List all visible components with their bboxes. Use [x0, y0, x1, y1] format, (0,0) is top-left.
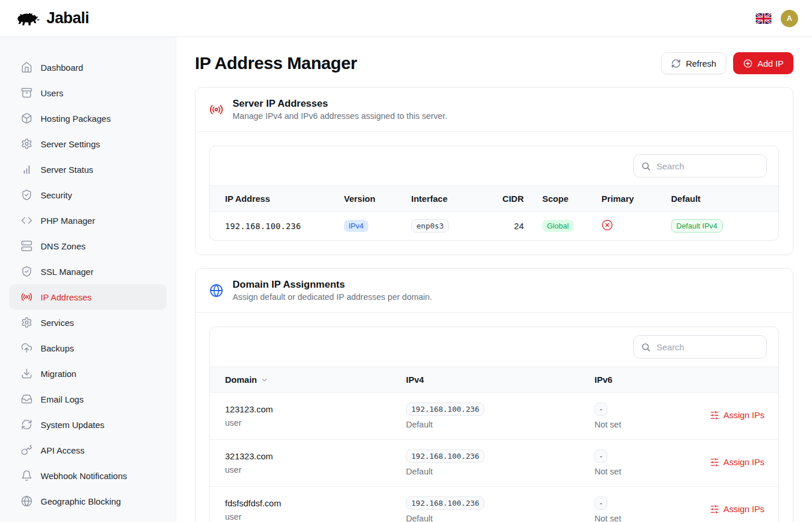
ipv4-label: Default	[406, 420, 576, 429]
sidebar-item-server-settings[interactable]: Server Settings	[9, 131, 166, 157]
radio-icon	[21, 291, 32, 303]
sidebar-item-label: IP Addresses	[41, 292, 92, 302]
col-version: Version	[335, 186, 402, 212]
chevron-down-icon	[260, 376, 269, 384]
domain-name: 321323.com	[225, 451, 387, 461]
server-ip-table: IP Address Version Interface CIDR Scope …	[210, 186, 778, 240]
domain-owner: user	[225, 512, 387, 521]
ipv4-label: Default	[406, 514, 576, 522]
col-domain-sort[interactable]: Domain	[210, 367, 397, 393]
domain-row: 123123.com user 192.168.100.236 Default …	[210, 393, 778, 440]
app-root: Jabali A Dashboard U	[0, 0, 812, 522]
sidebar-item-label: Server Settings	[41, 139, 100, 149]
cloud-upload-icon	[21, 342, 32, 354]
plus-circle-icon	[743, 59, 753, 68]
sidebar-item-label: Email Logs	[41, 394, 84, 404]
sidebar-item-label: DNS Zones	[41, 241, 86, 251]
ipv4-badge: 192.168.100.236	[406, 496, 484, 510]
gear-icon	[21, 317, 32, 328]
sidebar-item-hosting-packages[interactable]: Hosting Packages	[9, 106, 166, 131]
sidebar-item-label: SSL Manager	[41, 267, 93, 277]
default-badge: Default IPv4	[671, 219, 723, 233]
not-primary-icon	[601, 219, 613, 231]
refresh-icon	[21, 419, 32, 430]
boar-icon	[14, 9, 41, 28]
sidebar-item-services[interactable]: Services	[9, 310, 166, 335]
ipv6-badge: -	[594, 496, 607, 510]
domain-search	[633, 335, 767, 358]
cidr-value: 24	[487, 212, 533, 241]
ipv6-badge: -	[594, 449, 607, 463]
sidebar-item-server-status[interactable]: Server Status	[9, 157, 166, 182]
version-badge: IPv4	[344, 220, 368, 232]
sidebar-item-label: System Updates	[41, 420, 104, 430]
sidebar-item-system-updates[interactable]: System Updates	[9, 412, 166, 437]
domain-assignments-card: Domain IP Assignments Assign default or …	[195, 268, 793, 522]
globe-icon	[209, 284, 223, 298]
page-title: IP Address Manager	[195, 53, 357, 73]
domain-table: Domain IPv4 IPv6	[210, 367, 778, 522]
brand-name: Jabali	[46, 9, 89, 27]
server-ip-search	[633, 154, 767, 177]
sidebar-item-security[interactable]: Security	[9, 182, 166, 208]
col-ip-address: IP Address	[210, 186, 335, 212]
ipv4-label: Default	[406, 467, 576, 476]
sidebar-item-label: PHP Manager	[41, 216, 95, 226]
col-actions	[691, 367, 778, 393]
search-icon	[641, 161, 651, 171]
sidebar-item-ip-addresses[interactable]: IP Addresses	[9, 284, 166, 310]
avatar[interactable]: A	[781, 10, 798, 27]
uk-flag-icon[interactable]	[756, 13, 771, 24]
sidebar-item-dashboard[interactable]: Dashboard	[9, 55, 166, 80]
domain-row: 321323.com user 192.168.100.236 Default …	[210, 440, 778, 487]
sidebar-item-label: Webhook Notifications	[41, 471, 127, 481]
code-icon	[21, 215, 32, 226]
shield-check-icon	[21, 266, 32, 277]
radio-icon	[209, 103, 223, 117]
sidebar-item-label: Users	[41, 88, 63, 98]
shield-check-icon	[21, 189, 32, 201]
sidebar-item-label: Backups	[41, 343, 74, 353]
sidebar-item-php-manager[interactable]: PHP Manager	[9, 208, 166, 233]
sidebar-item-migration[interactable]: Migration	[9, 361, 166, 386]
bell-icon	[21, 470, 32, 481]
assign-ips-button[interactable]: Assign IPs	[710, 410, 764, 420]
globe-icon	[21, 495, 32, 507]
domain-search-input[interactable]	[655, 342, 759, 353]
sidebar-item-label: Services	[41, 318, 74, 328]
sidebar-item-label: Server Status	[41, 165, 93, 175]
sidebar-item-dns-zones[interactable]: DNS Zones	[9, 233, 166, 259]
ipv4-badge: 192.168.100.236	[406, 403, 484, 416]
bar-chart-icon	[21, 164, 32, 175]
sidebar-item-geographic-blocking[interactable]: Geographic Blocking	[9, 488, 166, 514]
sidebar-item-api-access[interactable]: API Access	[9, 437, 166, 463]
card-title: Server IP Addresses	[233, 98, 447, 110]
domain-name: fdsfsdfdsf.com	[225, 498, 387, 508]
top-bar: Jabali A	[0, 0, 812, 37]
server-icon	[21, 240, 32, 252]
assign-ips-button[interactable]: Assign IPs	[710, 457, 764, 467]
ipv6-label: Not set	[594, 420, 682, 429]
col-primary: Primary	[592, 186, 662, 212]
ipv4-badge: 192.168.100.236	[406, 449, 484, 463]
scope-badge: Global	[542, 220, 574, 232]
sidebar-item-label: Security	[41, 190, 72, 200]
server-ip-search-input[interactable]	[655, 161, 759, 172]
card-title: Domain IP Assignments	[233, 279, 432, 291]
refresh-button[interactable]: Refresh	[661, 52, 726, 74]
table-row: 192.168.100.236 IPv4 enp0s3 24 Global De…	[210, 212, 778, 241]
download-icon	[21, 368, 32, 379]
sidebar-item-email-logs[interactable]: Email Logs	[9, 386, 166, 412]
assign-ips-button[interactable]: Assign IPs	[710, 504, 764, 514]
sidebar-item-backups[interactable]: Backups	[9, 335, 166, 361]
key-icon	[21, 444, 32, 456]
sidebar-item-webhook-notifications[interactable]: Webhook Notifications	[9, 463, 166, 488]
top-right-controls: A	[756, 10, 798, 27]
sidebar-item-users[interactable]: Users	[9, 80, 166, 106]
sidebar-item-label: Dashboard	[41, 63, 83, 72]
domain-owner: user	[225, 465, 387, 474]
domain-owner: user	[225, 418, 387, 427]
brand[interactable]: Jabali	[14, 9, 89, 28]
sidebar-item-ssl-manager[interactable]: SSL Manager	[9, 259, 166, 284]
add-ip-button[interactable]: Add IP	[733, 52, 793, 74]
